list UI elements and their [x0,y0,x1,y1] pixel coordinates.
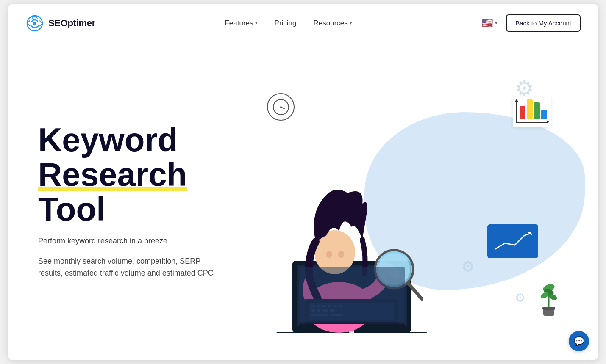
title-line2: Research [38,157,187,192]
chart-bar-1 [520,106,525,119]
hero-subtitle: Perform keyword research in a breeze [38,235,216,247]
svg-point-4 [280,106,282,108]
trend-card [487,224,538,258]
brand-name: SEOptimer [48,18,95,29]
language-chevron-icon: ▾ [495,20,498,26]
page-wrapper: SEOptimer Features ▾ Pricing Resources ▾… [8,4,598,360]
hero-section: Keyword Research Tool Perform keyword re… [8,42,598,360]
language-selector[interactable]: 🇺🇸 ▾ [481,18,498,29]
title-line1: Keyword [38,121,178,158]
svg-rect-7 [542,307,555,310]
svg-rect-40 [299,267,405,322]
svg-point-0 [33,22,36,25]
chat-icon: 💬 [574,336,584,346]
nav-links: Features ▾ Pricing Resources ▾ [225,19,352,28]
back-to-account-button[interactable]: Back to My Account [506,14,581,32]
plant-icon [534,279,564,317]
hero-text: Keyword Research Tool Perform keyword re… [38,123,216,279]
clock-icon [267,93,295,121]
hero-description: See monthly search volume, competition, … [38,255,216,280]
gear-icon-2: ⚙ [461,258,475,275]
navbar: SEOptimer Features ▾ Pricing Resources ▾… [8,4,598,42]
chart-x-arrow [547,120,549,124]
chart-x-axis [516,122,548,123]
chat-button[interactable]: 💬 [569,331,589,351]
flag-icon: 🇺🇸 [481,18,493,29]
chart-y-axis [516,101,517,123]
nav-right: 🇺🇸 ▾ Back to My Account [481,14,581,32]
gear-icon-3: ⚙ [515,291,525,305]
chart-y-arrow [515,99,518,102]
bar-chart-card [513,97,551,127]
logo-area[interactable]: SEOptimer [25,14,95,33]
chart-bar-2 [527,99,533,119]
logo-icon [25,14,44,33]
features-chevron-icon: ▾ [255,20,258,26]
chart-bar-4 [541,110,547,119]
svg-point-25 [338,251,344,258]
nav-pricing[interactable]: Pricing [275,19,297,28]
nav-features[interactable]: Features ▾ [225,19,257,28]
hero-illustration: ⚙ ⚙ ⚙ [216,42,572,360]
nav-resources[interactable]: Resources ▾ [314,19,352,28]
chart-bar-3 [534,102,540,119]
svg-point-24 [326,251,332,258]
hero-title: Keyword Research Tool [38,123,216,227]
person-illustration [250,130,462,334]
title-line3: Tool [38,190,106,228]
resources-chevron-icon: ▾ [350,20,352,26]
